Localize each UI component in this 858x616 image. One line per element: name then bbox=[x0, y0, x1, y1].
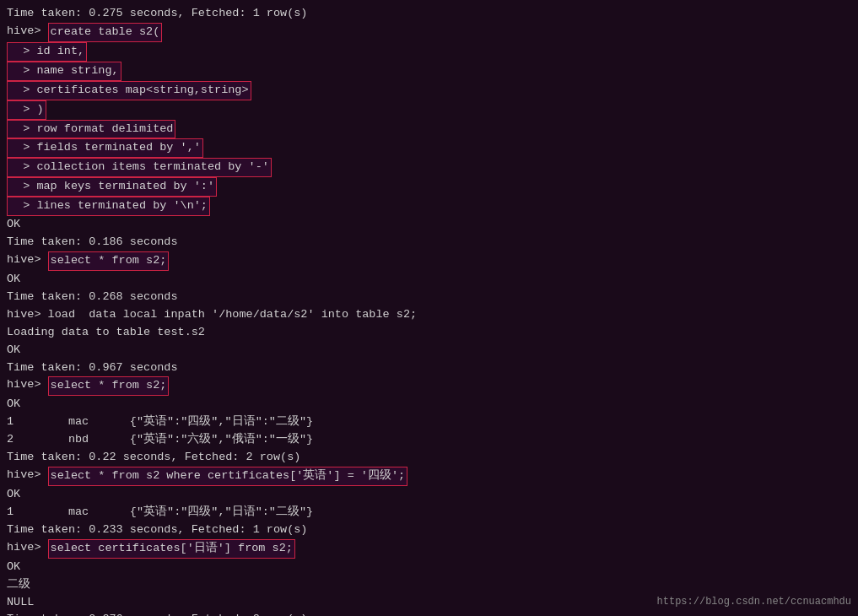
cont-line-9: > lines terminated by '\n'; bbox=[7, 197, 851, 216]
command-box-cont-8: > map keys terminated by ':' bbox=[7, 177, 217, 197]
command-box-cont-2: > name string, bbox=[7, 62, 121, 81]
data-row-1: 1 mac {"英语":"四级","日语":"二级"} bbox=[7, 413, 851, 431]
command-box-1: create table s2( bbox=[48, 23, 163, 42]
cont-line-6: > fields terminated by ',' bbox=[7, 138, 851, 158]
time-line-2: Time taken: 0.268 seconds bbox=[7, 289, 851, 306]
time-line-3: Time taken: 0.967 seconds bbox=[7, 359, 851, 377]
watermark: https://blog.csdn.net/ccnuacmhdu bbox=[657, 596, 851, 608]
ok-line-1: OK bbox=[7, 216, 851, 234]
loading-line: Loading data to table test.s2 bbox=[7, 324, 851, 342]
ok-line-3: OK bbox=[7, 342, 851, 359]
command-box-cont-9: > lines terminated by '\n'; bbox=[7, 197, 210, 216]
time-line-6: Time taken: 0.276 seconds, Fetched: 2 ro… bbox=[7, 611, 851, 616]
cont-line-4: > ) bbox=[7, 100, 851, 120]
time-line-5: Time taken: 0.233 seconds, Fetched: 1 ro… bbox=[7, 521, 851, 539]
data-row-2: 2 nbd {"英语":"六级","俄语":"一级"} bbox=[7, 431, 851, 449]
time-line-4: Time taken: 0.22 seconds, Fetched: 2 row… bbox=[7, 449, 851, 467]
ok-line-2: OK bbox=[7, 271, 851, 289]
command-box-cont-4: > ) bbox=[7, 100, 46, 120]
command-box-2: select * from s2; bbox=[48, 251, 170, 271]
time-line-1: Time taken: 0.186 seconds bbox=[7, 234, 851, 251]
data-row-3: 1 mac {"英语":"四级","日语":"二级"} bbox=[7, 504, 851, 521]
cont-line-7: > collection items terminated by '-' bbox=[7, 158, 851, 177]
cont-line-3: > certificates map<string,string> bbox=[7, 81, 851, 100]
command-box-cont-5: > row format delimited bbox=[7, 120, 175, 139]
data-row-4: 二级 bbox=[7, 576, 851, 594]
terminal: Time taken: 0.275 seconds, Fetched: 1 ro… bbox=[0, 3, 858, 616]
ok-line-4: OK bbox=[7, 396, 851, 413]
command-box-cont-6: > fields terminated by ',' bbox=[7, 138, 203, 158]
load-cmd-line: hive> load data local inpath '/home/data… bbox=[7, 306, 851, 324]
cmd-line-4: hive> select * from s2 where certificate… bbox=[7, 467, 851, 486]
command-box-cont-7: > collection items terminated by '-' bbox=[7, 158, 272, 177]
ok-line-6: OK bbox=[7, 559, 851, 576]
cmd-line-1: hive> create table s2( bbox=[7, 23, 851, 42]
cmd-line-5: hive> select certificates['日语'] from s2; bbox=[7, 539, 851, 559]
scrolled-top-line: Time taken: 0.275 seconds, Fetched: 1 ro… bbox=[7, 5, 851, 23]
command-box-cont: > id int, bbox=[7, 42, 87, 62]
cont-line-5: > row format delimited bbox=[7, 120, 851, 139]
cont-line-1: > id int, bbox=[7, 42, 851, 62]
cont-line-8: > map keys terminated by ':' bbox=[7, 177, 851, 197]
cmd-line-3: hive> select * from s2; bbox=[7, 376, 851, 396]
command-box-4: select * from s2 where certificates['英语'… bbox=[48, 467, 408, 486]
command-box-5: select certificates['日语'] from s2; bbox=[48, 539, 295, 559]
command-box-cont-3: > certificates map<string,string> bbox=[7, 81, 251, 100]
ok-line-5: OK bbox=[7, 486, 851, 504]
cont-line-2: > name string, bbox=[7, 62, 851, 81]
command-box-3: select * from s2; bbox=[48, 376, 170, 396]
cmd-line-2: hive> select * from s2; bbox=[7, 251, 851, 271]
